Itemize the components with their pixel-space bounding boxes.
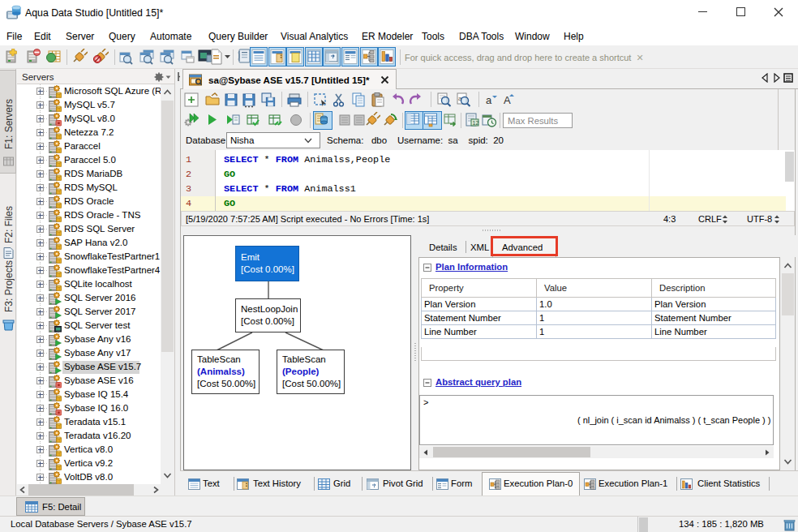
svg-text:12: 12 (473, 120, 479, 126)
svg-text:A: A (504, 94, 511, 106)
svg-text:a: a (486, 94, 492, 106)
